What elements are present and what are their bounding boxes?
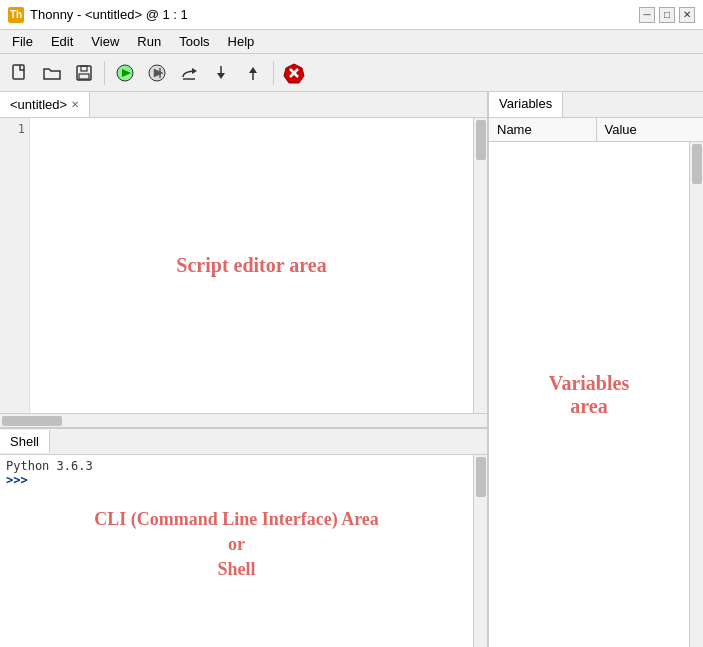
variables-scrollbar-thumb[interactable]: [692, 144, 702, 184]
stop-icon: [283, 62, 305, 84]
line-number-1: 1: [18, 122, 25, 136]
menu-edit[interactable]: Edit: [43, 32, 81, 51]
variables-scrollbar[interactable]: [689, 142, 703, 647]
editor-tab-bar: <untitled> ✕: [0, 92, 487, 118]
editor-content[interactable]: 1 Script editor area: [0, 118, 487, 413]
close-button[interactable]: ✕: [679, 7, 695, 23]
menu-tools[interactable]: Tools: [171, 32, 217, 51]
editor-scrollbar-v[interactable]: [473, 118, 487, 413]
debug-button[interactable]: [143, 59, 171, 87]
run-icon: [115, 63, 135, 83]
main-layout: <untitled> ✕ 1 Script editor area: [0, 92, 703, 647]
editor-placeholder: Script editor area: [176, 254, 326, 277]
shell-tab[interactable]: Shell: [0, 430, 50, 453]
variables-tab[interactable]: Variables: [489, 92, 563, 117]
svg-marker-9: [192, 68, 197, 74]
variables-tab-bar: Variables: [489, 92, 703, 118]
editor-tab-close[interactable]: ✕: [71, 99, 79, 110]
minimize-button[interactable]: ─: [639, 7, 655, 23]
editor-tab-label: <untitled>: [10, 97, 67, 112]
variables-content: Variablesarea: [489, 142, 689, 647]
open-button[interactable]: [38, 59, 66, 87]
open-icon: [42, 63, 62, 83]
shell-content[interactable]: Python 3.6.3 >>> CLI (Command Line Inter…: [0, 455, 487, 647]
shell-prompt[interactable]: >>>: [6, 473, 467, 487]
shell-scrollbar-v[interactable]: [473, 455, 487, 647]
toolbar: [0, 54, 703, 92]
editor-scrollbar-h[interactable]: [0, 413, 487, 427]
title-bar-left: Th Thonny - <untitled> @ 1 : 1: [8, 7, 188, 23]
menu-help[interactable]: Help: [220, 32, 263, 51]
svg-marker-12: [217, 73, 225, 79]
window-controls: ─ □ ✕: [639, 7, 695, 23]
step-over-button[interactable]: [175, 59, 203, 87]
app-icon: Th: [8, 7, 24, 23]
editor-scrollbar-h-thumb[interactable]: [2, 416, 62, 426]
line-numbers: 1: [0, 118, 30, 413]
editor-tab[interactable]: <untitled> ✕: [0, 92, 90, 117]
editor-scrollbar-thumb[interactable]: [476, 120, 486, 160]
menu-file[interactable]: File: [4, 32, 41, 51]
svg-rect-3: [79, 74, 89, 79]
step-out-button[interactable]: [239, 59, 267, 87]
shell-section: Shell Python 3.6.3 >>> CLI (Command Line…: [0, 427, 488, 647]
run-button[interactable]: [111, 59, 139, 87]
step-into-icon: [211, 63, 231, 83]
step-over-icon: [179, 63, 199, 83]
menu-run[interactable]: Run: [129, 32, 169, 51]
step-out-icon: [243, 63, 263, 83]
step-into-button[interactable]: [207, 59, 235, 87]
shell-placeholder: CLI (Command Line Interface) Area or She…: [6, 507, 467, 583]
menu-view[interactable]: View: [83, 32, 127, 51]
variables-placeholder: Variablesarea: [549, 372, 629, 418]
save-icon: [74, 63, 94, 83]
save-button[interactable]: [70, 59, 98, 87]
separator-2: [273, 61, 274, 85]
svg-marker-14: [249, 67, 257, 73]
variables-header: Name Value: [489, 118, 703, 142]
svg-rect-0: [13, 65, 24, 79]
shell-scrollbar-thumb[interactable]: [476, 457, 486, 497]
title-bar: Th Thonny - <untitled> @ 1 : 1 ─ □ ✕: [0, 0, 703, 30]
variables-col-name: Name: [489, 118, 597, 141]
editor-textarea[interactable]: Script editor area: [30, 118, 473, 413]
shell-textarea[interactable]: Python 3.6.3 >>> CLI (Command Line Inter…: [0, 455, 473, 647]
stop-button[interactable]: [280, 59, 308, 87]
shell-version: Python 3.6.3: [6, 459, 467, 473]
menu-bar: File Edit View Run Tools Help: [0, 30, 703, 54]
variables-col-value: Value: [597, 118, 704, 141]
new-icon: [10, 63, 30, 83]
separator-1: [104, 61, 105, 85]
editor-section: <untitled> ✕ 1 Script editor area: [0, 92, 488, 427]
variables-panel: Variables Name Value Variablesarea: [488, 92, 703, 647]
shell-tab-bar: Shell: [0, 429, 487, 455]
maximize-button[interactable]: □: [659, 7, 675, 23]
new-button[interactable]: [6, 59, 34, 87]
window-title: Thonny - <untitled> @ 1 : 1: [30, 7, 188, 22]
debug-icon: [147, 63, 167, 83]
left-panel: <untitled> ✕ 1 Script editor area: [0, 92, 488, 647]
